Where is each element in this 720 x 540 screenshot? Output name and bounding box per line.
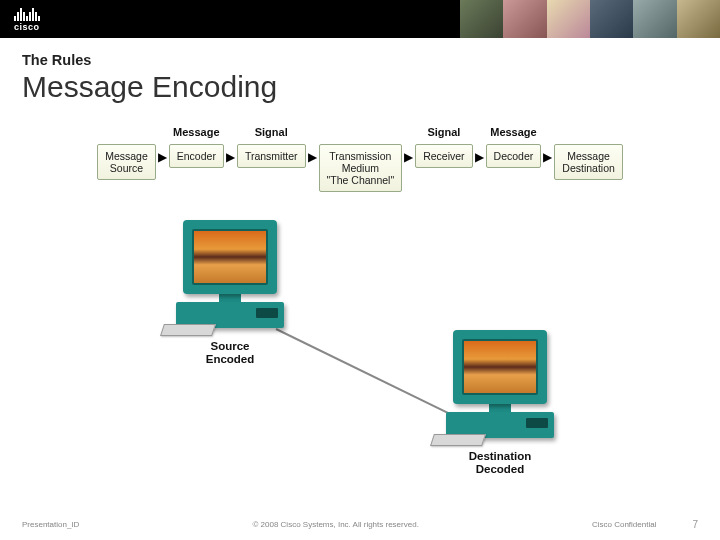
box-decoder: Decoder bbox=[486, 144, 542, 168]
header-message-left: Message bbox=[173, 126, 219, 140]
monitor-icon bbox=[183, 220, 277, 294]
box-message-destination: Message Destination bbox=[554, 144, 623, 180]
arrow-icon: ▶ bbox=[543, 150, 552, 164]
arrow-icon: ▶ bbox=[158, 150, 167, 164]
tower-icon bbox=[446, 412, 554, 438]
footer-presentation-id: Presentation_ID bbox=[22, 520, 79, 529]
destination-decoded-label: Destination Decoded bbox=[469, 450, 532, 476]
monitor-icon bbox=[453, 330, 547, 404]
arrow-icon: ▶ bbox=[226, 150, 235, 164]
box-message-source: Message Source bbox=[97, 144, 156, 180]
header-message-right: Message bbox=[490, 126, 536, 140]
cisco-logo: cisco bbox=[14, 7, 40, 32]
footer-copyright: © 2008 Cisco Systems, Inc. All rights re… bbox=[79, 520, 592, 529]
arrow-icon: ▶ bbox=[475, 150, 484, 164]
computer-destination: Destination Decoded bbox=[440, 330, 560, 476]
screen-image-icon bbox=[192, 229, 268, 285]
slide-footer: Presentation_ID © 2008 Cisco Systems, In… bbox=[0, 519, 720, 530]
footer-page-number: 7 bbox=[692, 519, 698, 530]
cisco-logo-bars-icon bbox=[14, 7, 40, 21]
screen-image-icon bbox=[462, 339, 538, 395]
encoding-chain: Message Source ▶ Message Encoder ▶ Signa… bbox=[22, 126, 698, 192]
slide-subtitle: The Rules bbox=[22, 52, 698, 68]
header-signal-right: Signal bbox=[427, 126, 460, 140]
box-receiver: Receiver bbox=[415, 144, 472, 168]
tower-icon bbox=[176, 302, 284, 328]
arrow-icon: ▶ bbox=[308, 150, 317, 164]
box-encoder: Encoder bbox=[169, 144, 224, 168]
header-signal-left: Signal bbox=[255, 126, 288, 140]
decorative-people-strip bbox=[460, 0, 720, 38]
brand-text: cisco bbox=[14, 22, 40, 32]
keyboard-icon bbox=[160, 324, 216, 336]
box-transmission-medium: Transmission Medium "The Channel" bbox=[319, 144, 403, 192]
connection-line-icon bbox=[276, 328, 462, 420]
box-transmitter: Transmitter bbox=[237, 144, 306, 168]
footer-confidential: Cisco Confidential bbox=[592, 520, 656, 529]
slide-content: The Rules Message Encoding Message Sourc… bbox=[0, 38, 720, 490]
computer-source: Source Encoded bbox=[170, 220, 290, 366]
source-encoded-label: Source Encoded bbox=[206, 340, 255, 366]
computer-scene: Source Encoded Destination Decoded bbox=[80, 220, 640, 490]
keyboard-icon bbox=[430, 434, 486, 446]
arrow-icon: ▶ bbox=[404, 150, 413, 164]
header-bar: cisco bbox=[0, 0, 720, 38]
slide-title: Message Encoding bbox=[22, 70, 698, 104]
